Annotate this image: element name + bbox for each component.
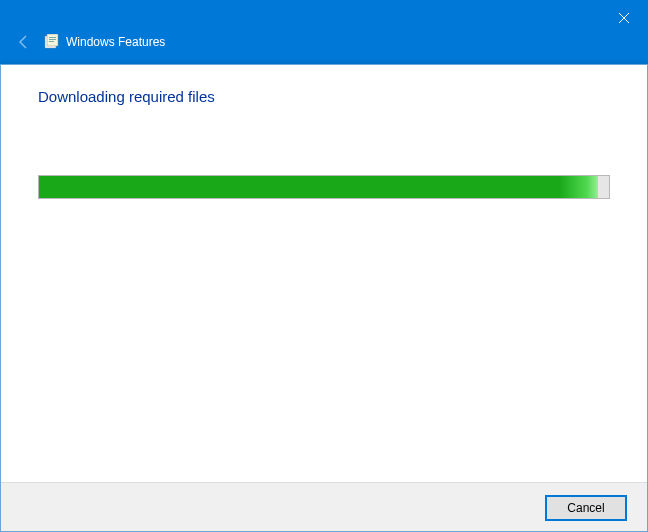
content-area: Downloading required files: [0, 64, 648, 199]
svg-rect-2: [49, 37, 56, 38]
footer: Cancel: [0, 482, 648, 532]
progress-bar-fill: [39, 176, 598, 198]
back-button: [12, 30, 36, 54]
svg-rect-3: [49, 39, 56, 40]
progress-bar: [38, 175, 610, 199]
page-heading: Downloading required files: [38, 88, 610, 105]
windows-features-icon: [44, 34, 60, 50]
close-button[interactable]: [612, 6, 636, 30]
svg-rect-4: [49, 41, 54, 42]
window-title: Windows Features: [66, 35, 165, 49]
cancel-button[interactable]: Cancel: [546, 496, 626, 520]
titlebar: Windows Features: [0, 0, 648, 64]
